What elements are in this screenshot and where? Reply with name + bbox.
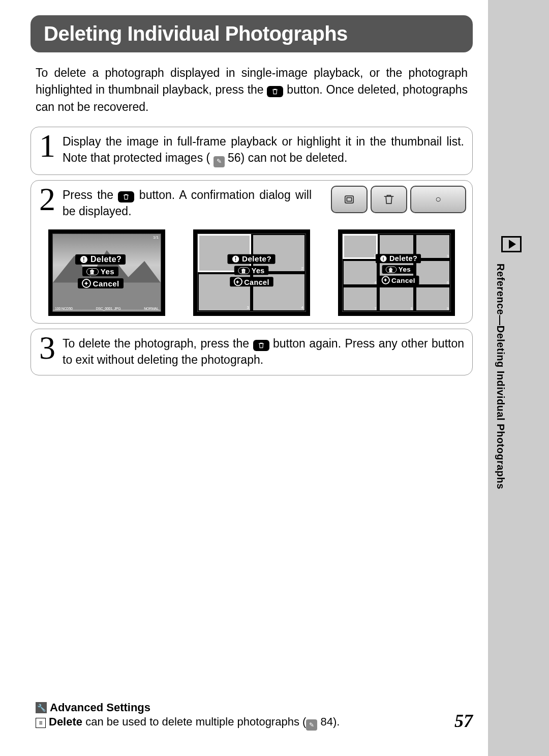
page-title: Deleting Individual Photographs <box>44 22 460 45</box>
screen-1-filename: DSC_0001. JPG <box>96 307 120 310</box>
dialog-yes-label: Yes <box>252 266 265 274</box>
step-2-box: 2 Press the button. A confirmation dialo… <box>30 180 473 324</box>
dialog-delete-label: Delete? <box>242 255 271 264</box>
footer-text-b: can be used to delete multiple photograp… <box>82 715 306 728</box>
step-2-text-a: Press the <box>63 188 118 201</box>
dialog-yes-label: Yes <box>101 267 114 276</box>
trash-icon <box>118 191 134 202</box>
wrench-icon: 🔧 <box>36 702 47 713</box>
step-3-text-a: To delete the photograph, press the <box>63 337 253 350</box>
step-2-number: 2 <box>39 186 58 213</box>
footer-delete-label: Delete <box>49 715 82 728</box>
page-number: 57 <box>454 710 473 732</box>
thumb-cell: 7 <box>343 286 378 311</box>
intro-paragraph: To delete a photograph displayed in sing… <box>36 65 468 115</box>
step-1-text-b: 56) can not be deleted. <box>228 151 347 164</box>
svg-rect-0 <box>345 196 353 203</box>
screen-1-folder: 100 NCD50 <box>55 307 73 310</box>
camera-buttons-illustration: ○ <box>331 186 466 213</box>
screen-1-counter: 1/1 <box>153 235 159 240</box>
screen-4up: 1 2 3 4 !Delete? 🗑Yes ✦Cancel <box>193 229 310 316</box>
dialog-yes-label: Yes <box>399 266 411 273</box>
step-3-text: To delete the photograph, press the butt… <box>63 334 464 368</box>
screen-1-footer: 100 NCD50 DSC_0001. JPG NORMAL <box>55 307 159 310</box>
thumb-cell: 9 <box>415 286 450 311</box>
dialog-delete-label: Delete? <box>90 255 121 264</box>
footer-text-c: 84). <box>317 715 340 728</box>
thumb-cell: 4 <box>343 260 378 285</box>
thumb-cell: 1 <box>343 234 378 259</box>
camera-round-button: ○ <box>410 186 466 213</box>
step-1-box: 1 Display the image in full-frame playba… <box>30 127 473 175</box>
thumb-cell: 8 <box>379 286 414 311</box>
dialog-delete-label: Delete? <box>389 254 417 263</box>
trash-icon <box>267 86 283 97</box>
delete-dialog: !Delete? 🗑Yes ✦Cancel <box>75 254 126 288</box>
step-3-box: 3 To delete the photograph, press the bu… <box>30 329 473 375</box>
dialog-cancel-label: Cancel <box>93 279 119 288</box>
step-1-text: Display the image in full-frame playback… <box>63 132 464 167</box>
step-2-text: Press the button. A confirmation dialog … <box>63 186 312 219</box>
svg-rect-1 <box>347 197 351 201</box>
dialog-cancel-label: Cancel <box>391 276 415 284</box>
footer-block: 🔧 Advanced Settings ≡ Delete can be used… <box>36 701 442 731</box>
delete-dialog: !Delete? 🗑Yes ✦Cancel <box>376 254 421 284</box>
menu-icon: ≡ <box>36 718 46 728</box>
footer-title: 🔧 Advanced Settings <box>36 701 442 714</box>
footer-text: ≡ Delete can be used to delete multiple … <box>36 715 442 731</box>
screen-9up: 1 2 3 4 5 6 7 8 9 !Delete? 🗑Yes <box>338 229 455 316</box>
step-3-number: 3 <box>39 334 58 362</box>
delete-dialog: !Delete? 🗑Yes ✦Cancel <box>227 254 275 287</box>
screen-full-frame: 1/1 !Delete? 🗑Yes ✦Cancel 100 NCD50 DSC_… <box>48 229 165 316</box>
step-1-number: 1 <box>39 132 58 160</box>
section-banner: Deleting Individual Photographs <box>30 15 473 52</box>
camera-trash-button <box>371 186 407 213</box>
dialog-cancel-label: Cancel <box>244 278 269 286</box>
trash-icon <box>253 340 269 351</box>
footer-title-text: Advanced Settings <box>50 701 150 714</box>
page-ref-icon: ✎ <box>306 719 317 731</box>
screen-1-quality: NORMAL <box>144 307 159 310</box>
camera-display-button <box>331 186 368 213</box>
page-ref-icon: ✎ <box>214 156 225 167</box>
